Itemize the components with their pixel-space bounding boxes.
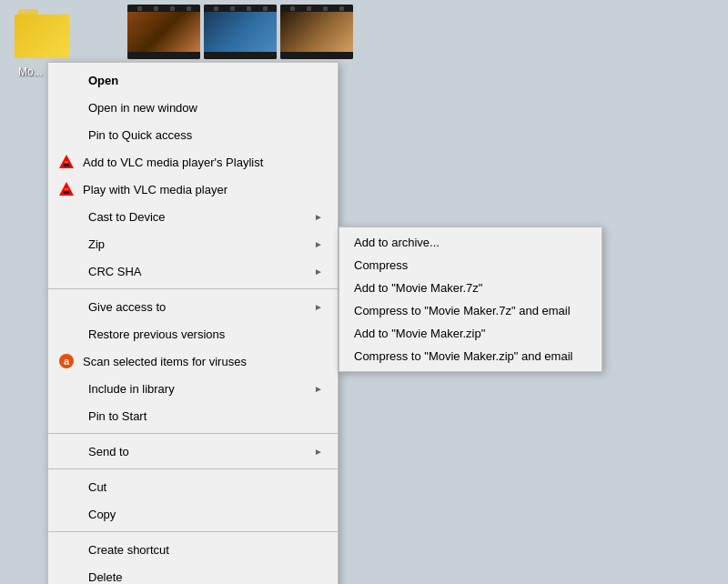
- menu-item-restore-previous[interactable]: Restore previous versions: [48, 320, 338, 347]
- menu-item-delete-label: Delete: [88, 570, 323, 584]
- divider-3: [48, 468, 338, 469]
- delete-icon: [63, 568, 81, 584]
- film-holes-top-3: [280, 5, 353, 12]
- film-hole: [137, 54, 142, 58]
- film-hole: [307, 6, 311, 11]
- menu-item-pin-quick-access[interactable]: Pin to Quick access: [48, 121, 338, 148]
- menu-item-send-to[interactable]: Send to ►: [48, 438, 338, 465]
- folder-icon-img: [15, 9, 69, 59]
- film-hole: [170, 54, 175, 58]
- film-hole: [187, 54, 191, 58]
- menu-item-play-vlc[interactable]: Play with VLC media player: [48, 176, 338, 203]
- menu-item-pin-start[interactable]: Pin to Start: [48, 402, 338, 429]
- menu-item-include-library[interactable]: Include in library ►: [48, 375, 338, 402]
- cast-device-icon: [63, 207, 81, 226]
- menu-item-crc-sha[interactable]: CRC SHA ►: [48, 257, 338, 285]
- submenu-item-add-movie-zip-label: Add to "Movie Maker.zip": [354, 327, 587, 340]
- film-hole: [247, 54, 251, 58]
- film-hole: [263, 54, 268, 58]
- thumbnail-2: [204, 5, 277, 59]
- film-hole: [214, 6, 218, 11]
- submenu-item-compress-email-zip[interactable]: Compress to "Movie Maker.zip" and email: [339, 345, 602, 368]
- film-hole: [247, 6, 251, 11]
- menu-item-send-to-label: Send to: [88, 445, 307, 458]
- svg-rect-2: [65, 161, 68, 163]
- menu-item-pin-quick-access-label: Pin to Quick access: [88, 128, 323, 142]
- menu-item-include-library-label: Include in library: [88, 382, 307, 396]
- menu-item-delete[interactable]: Delete: [48, 563, 338, 584]
- film-holes-bottom-1: [127, 52, 200, 59]
- menu-item-create-shortcut[interactable]: Create shortcut: [48, 536, 338, 563]
- film-hole: [187, 6, 191, 11]
- film-hole: [230, 54, 235, 58]
- film-hole: [339, 54, 344, 58]
- vlc-icon: [57, 153, 76, 171]
- menu-item-scan-viruses-label: Scan selected items for viruses: [83, 355, 323, 368]
- divider-1: [48, 288, 338, 289]
- zip-icon: [63, 235, 81, 253]
- submenu-item-compress-email-7z-label: Compress to "Movie Maker.7z" and email: [354, 304, 587, 317]
- menu-item-open[interactable]: Open: [48, 66, 338, 94]
- menu-item-open-new-window-label: Open in new window: [88, 101, 323, 115]
- menu-item-copy[interactable]: Copy: [48, 500, 338, 528]
- menu-item-cut[interactable]: Cut: [48, 473, 338, 500]
- pin-start-icon: [63, 407, 81, 425]
- submenu-item-add-archive[interactable]: Add to archive...: [339, 231, 602, 254]
- submenu-item-compress[interactable]: Compress: [339, 254, 602, 277]
- copy-icon: [63, 505, 81, 523]
- include-library-arrow: ►: [314, 384, 323, 394]
- menu-item-add-vlc-playlist[interactable]: Add to VLC media player's Playlist: [48, 148, 338, 176]
- menu-item-cut-label: Cut: [88, 480, 323, 494]
- film-hole: [263, 6, 268, 11]
- pin-quick-access-icon: [63, 126, 81, 144]
- film-holes-bottom-3: [280, 52, 353, 59]
- folder-body-inner: [15, 15, 69, 58]
- submenu-item-compress-email-7z[interactable]: Compress to "Movie Maker.7z" and email: [339, 299, 602, 322]
- divider-2: [48, 433, 338, 434]
- folder-body: [15, 15, 69, 58]
- menu-item-pin-start-label: Pin to Start: [88, 409, 323, 423]
- film-hole: [230, 6, 235, 11]
- menu-item-crc-sha-label: CRC SHA: [88, 265, 307, 278]
- send-to-icon: [63, 442, 81, 460]
- submenu-item-add-movie-7z[interactable]: Add to "Movie Maker.7z": [339, 277, 602, 299]
- film-hole: [214, 54, 218, 58]
- menu-item-cast-device-label: Cast to Device: [88, 210, 307, 224]
- menu-item-give-access-label: Give access to: [88, 300, 307, 314]
- vlc-play-icon: [57, 180, 76, 198]
- menu-item-zip[interactable]: Zip ►: [48, 230, 338, 257]
- film-hole: [170, 6, 175, 11]
- zip-item-container: Zip ► Add to archive... Compress Add to …: [48, 230, 338, 257]
- film-holes-bottom-2: [204, 52, 277, 59]
- menu-item-give-access[interactable]: Give access to ►: [48, 293, 338, 320]
- film-hole: [323, 6, 328, 11]
- submenu-item-compress-label: Compress: [354, 258, 587, 272]
- film-holes-top-1: [127, 5, 200, 12]
- thumb-strip: [127, 5, 353, 59]
- menu-item-cast-device[interactable]: Cast to Device ►: [48, 203, 338, 230]
- menu-item-open-new-window[interactable]: Open in new window: [48, 94, 338, 121]
- cut-icon: [63, 478, 81, 496]
- film-hole: [290, 54, 295, 58]
- menu-item-open-label: Open: [88, 74, 323, 87]
- thumbnail-1: [127, 5, 200, 59]
- svg-rect-1: [64, 164, 69, 166]
- menu-item-scan-viruses[interactable]: a Scan selected items for viruses: [48, 347, 338, 375]
- give-access-arrow: ►: [314, 302, 323, 312]
- crc-sha-arrow: ►: [314, 267, 323, 277]
- zip-arrow: ►: [314, 239, 323, 249]
- svg-rect-5: [65, 188, 68, 190]
- give-access-icon: [63, 297, 81, 316]
- include-library-icon: [63, 379, 81, 398]
- film-hole: [154, 54, 158, 58]
- menu-item-add-vlc-playlist-label: Add to VLC media player's Playlist: [83, 156, 323, 169]
- restore-previous-icon: [63, 325, 81, 343]
- create-shortcut-icon: [63, 540, 81, 559]
- film-hole: [154, 6, 158, 11]
- film-hole: [323, 54, 328, 58]
- submenu-item-add-movie-zip[interactable]: Add to "Movie Maker.zip": [339, 322, 602, 345]
- scan-viruses-icon: a: [57, 352, 76, 370]
- film-hole: [290, 6, 295, 11]
- menu-item-zip-label: Zip: [88, 237, 307, 251]
- zip-submenu: Add to archive... Compress Add to "Movie…: [339, 227, 602, 372]
